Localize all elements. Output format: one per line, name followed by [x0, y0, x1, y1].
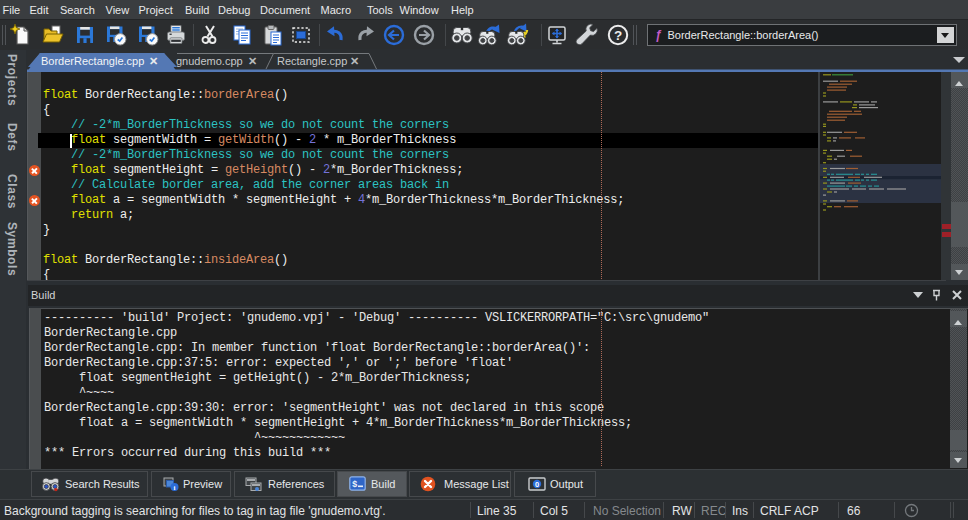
svg-text:$: $: [352, 480, 358, 490]
svg-text:?: ?: [614, 28, 622, 43]
svg-text:i: i: [174, 484, 176, 492]
svg-text:0: 0: [535, 480, 539, 489]
